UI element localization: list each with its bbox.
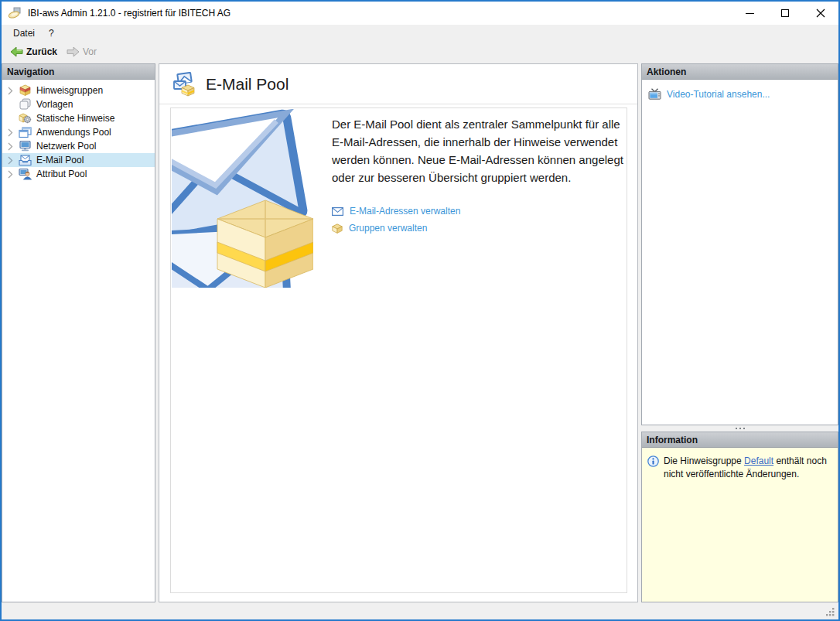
back-label: Zurück (26, 46, 57, 57)
static-notices-icon (19, 112, 32, 125)
toolbar: Zurück Vor (2, 42, 838, 62)
forward-label: Vor (83, 46, 97, 57)
applications-icon (19, 126, 32, 138)
tree-item-statische-hinweise[interactable]: Statische Hinweise (2, 111, 155, 125)
info-message-prefix: Die Hinweisgruppe (664, 456, 744, 466)
chevron-right-icon[interactable] (8, 156, 19, 165)
menu-bar: Datei ? (2, 25, 838, 42)
tree-item-netzwerk-pool[interactable]: Netzwerk Pool (2, 139, 155, 153)
envelope-icon (332, 207, 343, 216)
chevron-placeholder (8, 114, 19, 123)
chevron-right-icon[interactable] (8, 87, 19, 95)
chevron-placeholder (8, 101, 19, 109)
back-button[interactable]: Zurück (5, 44, 62, 60)
action-link-label: Video-Tutorial ansehen... (667, 89, 770, 100)
info-circle-icon (647, 456, 659, 467)
close-button[interactable] (803, 2, 838, 25)
quick-links: E-Mail-Adressen verwalten Gruppen verwal… (332, 203, 460, 237)
chevron-right-icon[interactable] (8, 142, 19, 151)
app-window: IBI-aws Admin 1.21.0 - registriert für I… (0, 0, 840, 621)
tree-item-label: Hinweisgruppen (36, 85, 103, 96)
tree-item-label: Anwendungs Pool (36, 127, 111, 138)
page-description: Der E-Mail Pool dient als zentraler Samm… (332, 115, 627, 186)
content-region: Navigation Hinweisgruppen (2, 62, 838, 604)
main-content-box: Der E-Mail Pool dient als zentraler Samm… (170, 107, 627, 593)
tree-item-label: E-Mail Pool (36, 155, 84, 165)
status-bar (2, 604, 838, 619)
navigation-tree: Hinweisgruppen Vorlagen (2, 80, 155, 181)
app-icon (8, 7, 22, 19)
manage-groups-link[interactable]: Gruppen verwalten (332, 220, 460, 237)
window-title: IBI-aws Admin 1.21.0 - registriert für I… (28, 8, 230, 19)
tree-item-vorlagen[interactable]: Vorlagen (2, 97, 155, 111)
attribute-pool-icon (19, 168, 32, 180)
maximize-icon (781, 9, 789, 17)
splitter-dots-icon (736, 428, 745, 429)
tree-item-email-pool[interactable]: E-Mail Pool (2, 153, 155, 167)
quick-link-label: Gruppen verwalten (349, 223, 427, 234)
navigation-panel: Navigation Hinweisgruppen (2, 63, 155, 602)
arrow-left-green-icon (10, 46, 23, 57)
information-body: Die Hinweisgruppe Default enthält noch n… (642, 448, 838, 602)
tree-item-hinweisgruppen[interactable]: Hinweisgruppen (2, 84, 155, 97)
chevron-right-icon[interactable] (8, 170, 19, 179)
title-bar[interactable]: IBI-aws Admin 1.21.0 - registriert für I… (2, 2, 838, 25)
maximize-button[interactable] (767, 2, 803, 25)
tree-item-label: Vorlagen (36, 99, 73, 110)
email-pool-icon (19, 154, 32, 166)
close-icon (816, 9, 825, 18)
minimize-button[interactable] (732, 2, 767, 25)
email-pool-illustration (172, 109, 313, 288)
splitter-handle[interactable] (641, 425, 838, 432)
main-header: E-Mail Pool (159, 64, 637, 104)
manage-email-addresses-link[interactable]: E-Mail-Adressen verwalten (332, 203, 460, 220)
actions-panel: Aktionen Video-Tutorial ansehen... (641, 63, 838, 425)
minimize-icon (746, 13, 754, 14)
email-pool-large-icon (171, 72, 196, 97)
main-panel: E-Mail Pool (159, 63, 638, 602)
menu-item-help[interactable]: ? (42, 26, 61, 41)
notice-groups-icon (19, 84, 32, 97)
window-controls (732, 2, 838, 25)
chevron-right-icon[interactable] (8, 128, 19, 137)
group-box-icon (332, 223, 343, 234)
information-message: Die Hinweisgruppe Default enthält noch n… (664, 455, 832, 595)
quick-link-label: E-Mail-Adressen verwalten (350, 206, 460, 217)
templates-icon (19, 98, 32, 111)
network-icon (19, 140, 32, 152)
tree-item-label: Netzwerk Pool (36, 141, 96, 152)
tree-item-anwendungs-pool[interactable]: Anwendungs Pool (2, 125, 155, 139)
arrow-right-gray-icon (67, 46, 80, 57)
resize-grip[interactable] (825, 607, 835, 617)
tree-item-label: Attribut Pool (36, 169, 87, 179)
tree-item-label: Statische Hinweise (36, 113, 114, 124)
information-panel: Information Die Hinweisgruppe Default en… (641, 432, 838, 602)
tree-item-attribut-pool[interactable]: Attribut Pool (2, 167, 155, 181)
video-tutorial-link[interactable]: Video-Tutorial ansehen... (642, 80, 838, 108)
actions-header: Aktionen (642, 64, 838, 80)
video-tv-icon (648, 88, 661, 100)
default-group-link[interactable]: Default (744, 456, 773, 466)
forward-button[interactable]: Vor (62, 44, 101, 60)
navigation-header: Navigation (2, 64, 155, 80)
page-title: E-Mail Pool (206, 75, 289, 94)
menu-item-datei[interactable]: Datei (6, 26, 42, 41)
information-header: Information (642, 432, 838, 448)
